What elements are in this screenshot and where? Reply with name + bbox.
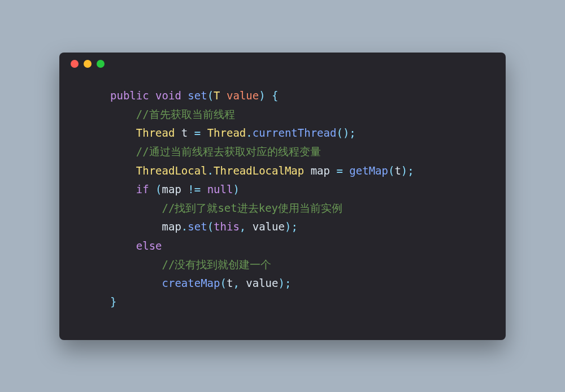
keyword-public: public (110, 89, 149, 102)
paren: ) (259, 89, 265, 102)
paren: ( (388, 164, 394, 177)
window-titlebar (59, 53, 506, 75)
fn-call: getMap (343, 164, 388, 177)
arg: t (394, 164, 401, 177)
paren: ( (207, 220, 214, 233)
var: map (304, 164, 336, 177)
dot: . (181, 220, 188, 233)
code-line-11: createMap(t, value); (162, 277, 292, 289)
close-icon[interactable] (71, 60, 79, 68)
brace: { (266, 89, 279, 102)
code-line-5: ThreadLocal.ThreadLocalMap map = getMap(… (136, 164, 414, 177)
comment: //没有找到就创建一个 (162, 258, 272, 271)
brace: } (110, 295, 116, 308)
code-line-6: if (map != null) (136, 183, 240, 195)
code-block: public void set(T value) { //首先获取当前线程 Th… (59, 75, 506, 340)
comment: //通过当前线程去获取对应的线程变量 (136, 145, 321, 158)
paren: ( (207, 89, 214, 102)
maximize-icon[interactable] (97, 60, 105, 68)
paren: ( (220, 277, 226, 289)
code-line-7: //找到了就set进去key使用当前实例 (162, 202, 343, 214)
var: t (175, 127, 194, 139)
code-line-1: public void set(T value) { (110, 89, 279, 102)
comma: , (233, 277, 246, 289)
code-line-10: //没有找到就创建一个 (162, 258, 272, 271)
keyword-void: void (155, 89, 181, 102)
fn-call: currentThread (253, 127, 337, 139)
fn-call: createMap (162, 277, 220, 289)
code-line-9: else (136, 239, 162, 252)
param: value (227, 89, 259, 102)
comment: //找到了就set进去key使用当前实例 (162, 202, 343, 214)
keyword-null: null (201, 183, 233, 195)
fn-call: set (188, 220, 207, 233)
code-line-2: //首先获取当前线程 (136, 108, 235, 120)
code-window: public void set(T value) { //首先获取当前线程 Th… (59, 53, 506, 340)
dot: . (207, 164, 214, 177)
paren: ) (233, 183, 239, 195)
code-line-3: Thread t = Thread.currentThread(); (136, 127, 356, 139)
semi: ; (407, 164, 414, 177)
paren: ) (401, 164, 407, 177)
code-line-4: //通过当前线程去获取对应的线程变量 (136, 145, 321, 158)
type: ThreadLocal (136, 164, 207, 177)
dot: . (246, 127, 252, 139)
semi: ; (349, 127, 355, 139)
keyword-this: this (214, 220, 240, 233)
arg: value (246, 277, 278, 289)
keyword-if: if (136, 183, 149, 195)
comment: //首先获取当前线程 (136, 108, 235, 120)
comma: , (240, 220, 253, 233)
minimize-icon[interactable] (84, 60, 92, 68)
paren: () (336, 127, 349, 139)
type: Thread (201, 127, 246, 139)
type: Thread (136, 127, 175, 139)
fn-name: set (188, 89, 207, 102)
var: map (162, 183, 188, 195)
arg: value (253, 220, 285, 233)
paren: ( (149, 183, 162, 195)
type-param: T (214, 89, 220, 102)
code-line-12: } (110, 295, 116, 308)
var: map (162, 220, 181, 233)
semi: ; (291, 220, 297, 233)
code-line-8: map.set(this, value); (162, 220, 298, 233)
paren: ) (285, 220, 291, 233)
arg: t (227, 277, 233, 289)
semi: ; (285, 277, 291, 289)
paren: ) (278, 277, 284, 289)
type: ThreadLocalMap (214, 164, 304, 177)
op: = (194, 127, 201, 139)
op: = (336, 164, 342, 177)
op: != (188, 183, 201, 195)
keyword-else: else (136, 239, 162, 252)
